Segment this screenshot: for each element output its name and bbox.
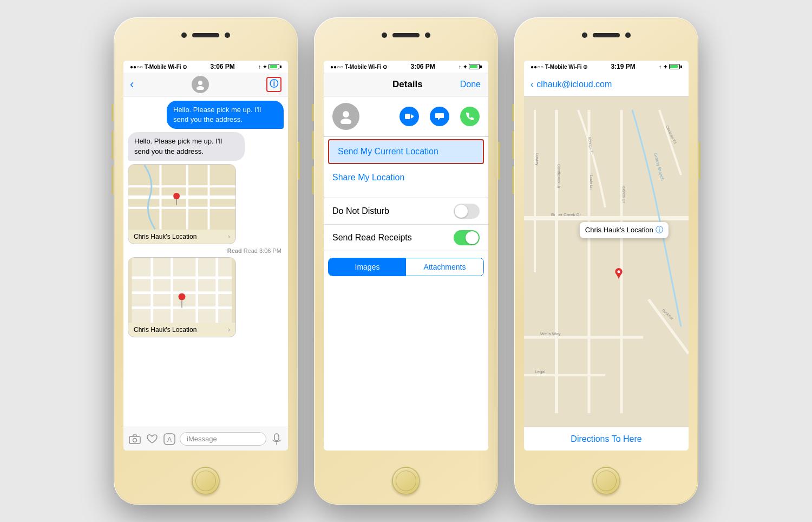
read-stamp: Read Read 3:06 PM — [128, 247, 284, 254]
imessage-bar: A iMessage — [123, 427, 288, 451]
back-button[interactable]: ‹ — [130, 77, 134, 92]
message-button[interactable] — [430, 107, 449, 126]
video-call-button[interactable] — [400, 107, 419, 126]
mute-button-2[interactable] — [312, 104, 314, 121]
location-section: Send My Current Location Share My Locati… — [324, 139, 488, 189]
svg-point-28 — [340, 119, 351, 124]
camera-button[interactable] — [128, 432, 142, 446]
mute-button[interactable] — [112, 104, 114, 121]
info-icon: ⓘ — [270, 79, 278, 90]
battery-fill-3 — [670, 65, 678, 68]
power-button[interactable] — [298, 142, 300, 180]
share-location-button[interactable]: Share My Location — [324, 166, 488, 189]
volume-down-button-2[interactable] — [312, 166, 314, 194]
message-input[interactable]: iMessage — [180, 432, 266, 446]
info-button[interactable]: ⓘ — [266, 77, 281, 92]
speaker-slot-2 — [392, 33, 420, 37]
done-button[interactable]: Done — [460, 80, 481, 89]
battery-fill-2 — [470, 65, 477, 68]
camera-dot-4 — [425, 32, 430, 38]
map-card-2[interactable]: Chris Hauk's Location › — [128, 257, 236, 337]
svg-marker-30 — [411, 114, 414, 119]
send-read-receipts-toggle[interactable] — [454, 230, 480, 245]
attachments-tab[interactable]: Attachments — [406, 258, 483, 276]
directions-button[interactable]: Directions To Here — [571, 434, 641, 444]
map-thumbnail-2 — [128, 258, 235, 323]
appstore-button[interactable]: A — [162, 432, 176, 446]
status-bar: ●●○○ T-Mobile Wi-Fi ⊙ 3:06 PM ↑ ✦ — [123, 61, 288, 73]
svg-rect-31 — [524, 110, 689, 413]
svg-rect-25 — [274, 434, 279, 441]
home-button[interactable] — [192, 467, 220, 495]
input-placeholder: iMessage — [187, 435, 217, 443]
battery-icon-2 — [469, 64, 482, 69]
map-chevron-icon: › — [228, 233, 230, 240]
home-button-2[interactable] — [392, 467, 420, 495]
info-circle-icon[interactable]: ⓘ — [656, 225, 663, 235]
incoming-message-1: Hello. Please pick me up. I'll send you … — [128, 132, 245, 160]
send-read-receipts-label: Send Read Receipts — [332, 233, 412, 243]
images-tab[interactable]: Images — [329, 258, 406, 276]
time-2: 3:06 PM — [411, 63, 435, 70]
battery-body-3 — [669, 64, 680, 69]
volume-up-button-3[interactable] — [512, 131, 514, 159]
carrier-3: ●●○○ T-Mobile Wi-Fi ⊙ — [531, 64, 587, 70]
time-3: 3:19 PM — [611, 63, 636, 70]
camera-dot-6 — [625, 32, 631, 38]
battery-tip-2 — [480, 66, 482, 68]
speaker-slot — [192, 33, 219, 37]
heart-button[interactable] — [145, 432, 159, 446]
map-label-1: Chris Hauk's Location › — [128, 230, 235, 244]
back-arrow-icon: ‹ — [130, 77, 134, 92]
home-button-3[interactable] — [592, 467, 620, 495]
details-title: Details — [392, 79, 423, 90]
battery-body-2 — [469, 64, 480, 69]
svg-point-9 — [173, 193, 180, 199]
settings-section: Do Not Disturb Send Read Receipts — [324, 198, 488, 251]
contact-name-link[interactable]: clhauk@icloud.com — [536, 80, 612, 89]
svg-point-19 — [179, 293, 186, 300]
phone3-screen: ●●○○ T-Mobile Wi-Fi ⊙ 3:19 PM ↑ ✦ ‹ clha — [524, 61, 689, 451]
do-not-disturb-toggle[interactable] — [454, 204, 480, 219]
svg-text:Candlewick Dr: Candlewick Dr — [557, 164, 561, 189]
status-icons: ↑ ✦ — [258, 64, 281, 70]
svg-point-22 — [133, 438, 137, 442]
outgoing-message-1: Hello. Please pick me up. I'll send you … — [167, 101, 284, 129]
messages-body: Hello. Please pick me up. I'll send you … — [123, 96, 288, 427]
power-button-3[interactable] — [698, 142, 700, 180]
phone2-screen: ●●○○ T-Mobile Wi-Fi ⊙ 3:06 PM ↑ ✦ Detai — [324, 61, 488, 451]
map-thumbnail-1 — [128, 165, 235, 230]
battery-tip — [280, 66, 281, 68]
volume-up-button[interactable] — [112, 131, 114, 159]
power-button-2[interactable] — [498, 142, 500, 180]
speaker-slot-3 — [593, 33, 620, 37]
call-button[interactable] — [460, 107, 480, 126]
volume-up-button-2[interactable] — [312, 131, 314, 159]
volume-down-button[interactable] — [112, 166, 114, 194]
map-card-1[interactable]: Chris Hauk's Location › — [128, 164, 236, 244]
send-current-location-button[interactable]: Send My Current Location — [328, 139, 484, 164]
microphone-button[interactable] — [270, 432, 284, 446]
location-icon: ↑ — [258, 64, 261, 70]
contact-avatar — [192, 76, 209, 93]
top-elements-3 — [582, 32, 631, 38]
svg-text:Lowrey: Lowrey — [535, 153, 539, 166]
svg-point-0 — [198, 81, 202, 85]
status-icons-2: ↑ ✦ — [459, 64, 482, 70]
bluetooth-icon-3: ✦ — [663, 64, 667, 70]
map-pin — [614, 268, 623, 279]
location-pin-label: Chris Hauk's Location ⓘ — [580, 222, 669, 238]
mute-button-3[interactable] — [512, 104, 514, 121]
svg-point-53 — [618, 270, 620, 273]
directions-bar: Directions To Here — [524, 427, 689, 451]
send-read-receipts-row: Send Read Receipts — [324, 225, 488, 251]
status-bar-3: ●●○○ T-Mobile Wi-Fi ⊙ 3:19 PM ↑ ✦ — [524, 61, 689, 73]
volume-down-button-3[interactable] — [512, 166, 514, 194]
phone1: ●●○○ T-Mobile Wi-Fi ⊙ 3:06 PM ↑ ✦ ‹ — [114, 17, 298, 505]
battery-icon-3 — [669, 64, 682, 69]
phones-container: ●●○○ T-Mobile Wi-Fi ⊙ 3:06 PM ↑ ✦ ‹ — [0, 0, 812, 522]
map-nav: ‹ clhauk@icloud.com — [524, 73, 689, 96]
svg-point-1 — [197, 86, 204, 90]
battery-body — [269, 64, 279, 69]
map-chevron-icon-2: › — [228, 326, 230, 334]
